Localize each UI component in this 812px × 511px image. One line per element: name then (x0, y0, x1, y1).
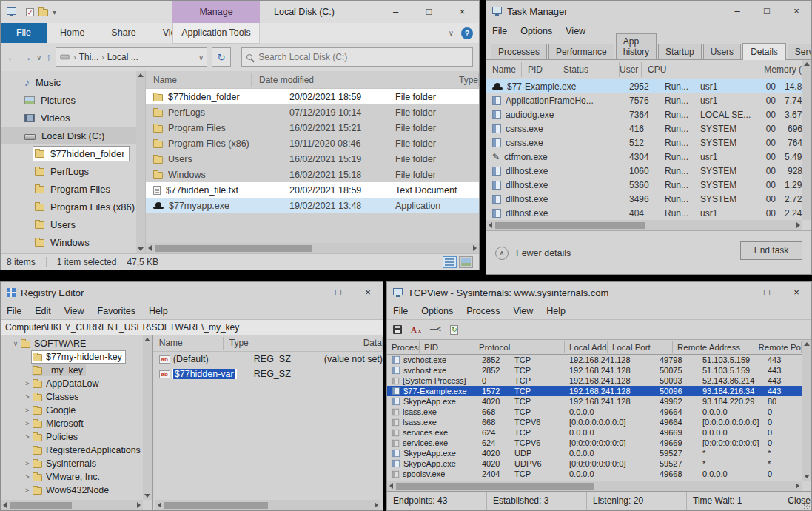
connection-row[interactable]: svchost.exe 2852 TCP 192.168.241.128 497… (387, 355, 802, 365)
resolve-addresses-icon[interactable] (411, 325, 421, 334)
menu-item[interactable]: Options (421, 306, 453, 316)
minimize-button[interactable]: – (722, 1, 752, 21)
menu-item[interactable]: Options (520, 26, 552, 36)
close-connection-icon[interactable] (430, 325, 441, 334)
close-button[interactable]: × (782, 1, 811, 21)
minimize-button[interactable]: – (722, 282, 752, 303)
menu-item[interactable]: Favorites (98, 306, 135, 316)
column-header[interactable]: Type (452, 73, 479, 87)
registry-tree-item[interactable]: > Sysinternals (1, 457, 143, 470)
column-header[interactable]: PID (522, 62, 557, 77)
column-header[interactable]: Protocol (474, 341, 565, 353)
sidebar-item[interactable]: Windows (1, 233, 136, 251)
menu-item[interactable]: Process (466, 306, 500, 316)
column-header[interactable]: Local Address (565, 341, 608, 353)
menu-item[interactable]: View (566, 26, 585, 36)
connection-row[interactable]: lsass.exe 668 TCP 0.0.0.0 49664 0.0.0.0 … (387, 407, 802, 417)
process-row[interactable]: dllhost.exe 404 Run... usr1 00 2.240 (486, 206, 802, 220)
values-hscrollbar[interactable] (155, 500, 380, 510)
registry-tree-item[interactable]: > Microsoft (1, 417, 143, 430)
file-row[interactable]: Users 16/02/2021 15:19 File folder (146, 151, 479, 167)
process-row[interactable]: ApplicationFrameHo... 7576 Run... usr1 0… (486, 93, 802, 107)
sidebar-item[interactable]: Local Disk (C:) (1, 127, 136, 144)
process-row[interactable]: audiodg.exe 7364 Run... LOCAL SE... 00 3… (486, 107, 802, 121)
save-icon[interactable] (393, 325, 402, 334)
expander-icon[interactable]: > (23, 420, 32, 427)
registry-tree-item[interactable]: > VMware, Inc. (1, 470, 143, 484)
expander-icon[interactable]: > (23, 460, 32, 467)
process-table-hscrollbar[interactable] (486, 220, 802, 230)
menu-item[interactable]: Edit (35, 306, 51, 316)
taskmgr-tab[interactable]: Processes (491, 44, 547, 59)
column-header[interactable]: Remote Address (673, 341, 754, 353)
expander-icon[interactable]: > (23, 433, 32, 441)
sidebar-item[interactable]: PerfLogs (1, 162, 136, 180)
manage-contextual-tab[interactable]: Manage (172, 1, 260, 23)
maximize-button[interactable]: □ (752, 282, 782, 303)
search-input[interactable] (258, 52, 469, 62)
minimize-button[interactable]: – (379, 1, 412, 23)
column-header[interactable]: Name (486, 62, 522, 77)
new-folder-icon[interactable] (38, 9, 48, 16)
process-row[interactable]: dllhost.exe 3496 Run... SYSTEM 00 2.724 (486, 192, 802, 206)
registry-tree-item[interactable]: _my_key (1, 364, 143, 377)
refresh-button[interactable]: ↻ (212, 47, 231, 67)
refresh-icon[interactable] (450, 325, 458, 335)
taskmgr-tab[interactable]: Startup (658, 44, 702, 59)
close-button[interactable]: × (446, 1, 479, 23)
menu-item[interactable]: View (513, 306, 533, 316)
tab-share[interactable]: Share (98, 23, 149, 43)
column-header[interactable]: Name (153, 337, 224, 350)
tree-hscrollbar[interactable] (1, 500, 143, 510)
file-row[interactable]: PerfLogs 07/12/2019 10:14 File folder (146, 104, 479, 120)
fewer-details-label[interactable]: Fewer details (516, 248, 571, 258)
fewer-details-icon[interactable] (495, 247, 509, 260)
recent-locations-icon[interactable]: ∨ (36, 53, 41, 61)
sidebar-item[interactable]: Users (1, 216, 136, 233)
sidebar-item[interactable]: $77hidden_folder (1, 144, 136, 162)
tree-vscrollbar[interactable] (143, 335, 152, 500)
close-button[interactable]: × (353, 282, 383, 303)
menu-item[interactable]: File (7, 306, 21, 316)
registry-tree-item[interactable]: RegisteredApplications (1, 444, 143, 457)
breadcrumb[interactable]: ›Local ... (101, 52, 138, 62)
column-header[interactable]: Date modified (252, 73, 452, 87)
column-header[interactable]: Local Port (608, 341, 673, 353)
registry-tree-item[interactable]: > Policies (1, 430, 143, 444)
maximize-button[interactable]: □ (323, 282, 353, 303)
sidebar-item[interactable]: Music (1, 73, 136, 91)
registry-tree-item[interactable]: > Wow6432Node (1, 484, 143, 497)
process-table-vscrollbar[interactable] (802, 60, 811, 220)
sidebar-item[interactable]: Program Files (x86) (1, 198, 136, 216)
connections-hscrollbar[interactable] (387, 481, 802, 491)
registry-address-bar[interactable]: Computer\HKEY_CURRENT_USER\SOFTWARE\_my_… (1, 319, 383, 335)
back-icon[interactable]: ← (7, 51, 17, 63)
registry-tree-item[interactable]: > Classes (1, 390, 143, 404)
taskmgr-tab[interactable]: Performance (548, 44, 614, 59)
maximize-button[interactable]: □ (752, 1, 782, 21)
expander-icon[interactable]: > (23, 393, 32, 401)
menu-item[interactable]: File (393, 306, 408, 316)
column-header[interactable]: User name (620, 62, 642, 77)
file-row[interactable]: Program Files 16/02/2021 15:21 File fold… (146, 120, 479, 136)
registry-tree-item[interactable]: $77my-hidden-key (1, 350, 143, 364)
menu-item[interactable]: Help (149, 306, 168, 316)
column-header[interactable]: Data (358, 337, 383, 350)
sidebar-item[interactable]: Videos (1, 109, 136, 127)
process-row[interactable]: ctfmon.exe 4304 Run... usr1 00 5.492 (486, 150, 802, 164)
process-row[interactable]: $77-Example.exe 2952 Run... usr1 00 14.8… (486, 79, 802, 93)
expander-icon[interactable]: > (23, 473, 32, 481)
column-header[interactable]: CPU (642, 62, 758, 77)
expand-ribbon-icon[interactable]: ∨ (449, 29, 454, 37)
connection-row[interactable]: SkypeApp.exe 4020 TCP 192.168.241.128 49… (387, 396, 802, 407)
help-icon[interactable] (461, 27, 473, 39)
connection-row[interactable]: spoolsv.exe 2404 TCP 0.0.0.0 49668 0.0.0… (387, 469, 802, 479)
connection-row[interactable]: SkypeApp.exe 4020 UDPV6 [0:0:0:0:0:0:0:0… (387, 458, 802, 469)
breadcrumb[interactable]: ›Thi... (73, 52, 98, 62)
minimize-button[interactable]: – (294, 282, 323, 303)
qat-dropdown-icon[interactable]: ▾ (53, 8, 56, 16)
column-header[interactable]: PID (420, 341, 474, 353)
file-row[interactable]: Program Files (x86) 19/11/2020 08:46 Fil… (146, 136, 479, 151)
taskmgr-tab[interactable]: Details (742, 43, 786, 60)
column-header[interactable]: Memory ( (758, 62, 802, 77)
